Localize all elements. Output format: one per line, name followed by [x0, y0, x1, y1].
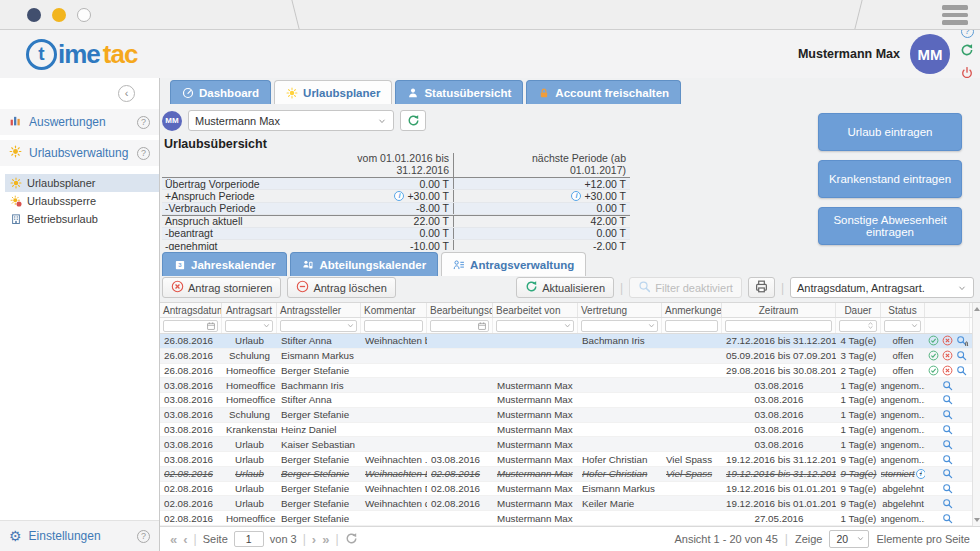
table-row[interactable]: 03.08.2016KrankenstandHeinz DanielMuster… — [160, 423, 980, 438]
view-details-icon[interactable] — [942, 483, 953, 494]
column-header-status[interactable]: Status — [881, 303, 925, 317]
help-icon[interactable] — [137, 530, 150, 543]
filter-input-anmerkungen[interactable] — [665, 320, 718, 332]
view-details-icon[interactable] — [942, 468, 953, 479]
table-row[interactable]: 03.08.2016UrlaubBerger StefanieWeihnacht… — [160, 452, 980, 467]
sort-columns-dropdown[interactable]: Antragsdatum, Antragsart. — [790, 277, 974, 298]
user-select-dropdown[interactable]: Mustermann Max — [188, 110, 394, 131]
column-header-antragsdatum[interactable]: Antragsdatum — [160, 303, 222, 317]
table-row[interactable]: 02.08.2016UrlaubBerger StefanieWeihnacht… — [160, 482, 980, 497]
column-header-dauer[interactable]: Dauer — [836, 303, 881, 317]
sidebar-item-betriebsurlaub[interactable]: Betriebsurlaub — [5, 210, 159, 228]
column-header-vertretung[interactable]: Vertretung — [578, 303, 662, 317]
approve-icon[interactable] — [928, 335, 939, 346]
filter-input-dauer[interactable] — [839, 320, 877, 332]
filter-input-vertretung[interactable] — [581, 320, 658, 332]
vertical-scrollbar[interactable] — [972, 303, 980, 526]
spinner-icon[interactable] — [866, 321, 875, 330]
refresh-icon[interactable] — [345, 532, 358, 547]
table-row[interactable]: 02.08.2016UrlaubBerger StefanieWeihnacht… — [160, 467, 980, 482]
urlaub-eintragen-button[interactable]: Urlaub eintragen — [818, 113, 962, 151]
chevron-down-icon[interactable] — [647, 321, 656, 330]
table-row[interactable]: 26.08.2016SchulungEismann Markus05.09.20… — [160, 349, 980, 364]
view-details-icon[interactable] — [942, 454, 953, 465]
filter-input-antragsart[interactable] — [225, 320, 273, 332]
column-header-bearbeitungsdatum[interactable]: Bearbeitungsd... — [427, 303, 493, 317]
chevron-down-icon[interactable] — [563, 321, 572, 330]
approve-icon[interactable] — [928, 350, 939, 361]
tab-abteilungskalender[interactable]: Abteilungskalender — [290, 252, 438, 276]
help-icon[interactable] — [137, 147, 150, 160]
table-row[interactable]: 26.08.2016HomeofficeBerger Stefanie29.08… — [160, 364, 980, 379]
cancel-request-button[interactable]: Antrag stornieren — [162, 277, 281, 298]
chevron-down-icon[interactable] — [262, 321, 271, 330]
window-control-blue[interactable] — [27, 8, 41, 22]
column-header-actions[interactable] — [925, 303, 970, 317]
tab-urlaubsplaner[interactable]: Urlaubsplaner — [274, 80, 392, 104]
filter-input-bearbeitet_von[interactable] — [496, 320, 574, 332]
last-page-button[interactable]: » — [322, 533, 329, 546]
hamburger-menu-icon[interactable] — [942, 5, 968, 25]
table-row[interactable]: 03.08.2016HomeofficeStifter AnnaMusterma… — [160, 393, 980, 408]
tab-jahreskalender[interactable]: 3Jahreskalender — [162, 252, 287, 276]
refresh-icon[interactable] — [960, 43, 974, 61]
scroll-down-icon[interactable] — [974, 518, 980, 522]
sidebar-item-urlaubsplaner[interactable]: Urlaubsplaner — [5, 174, 159, 192]
column-header-antragsart[interactable]: Antragsart — [222, 303, 277, 317]
calendar-icon[interactable] — [206, 321, 216, 331]
info-icon[interactable] — [916, 469, 925, 479]
tab-antragsverwaltung[interactable]: Antragsverwaltung — [441, 252, 586, 276]
column-header-antragssteller[interactable]: Antragssteller — [277, 303, 361, 317]
reject-icon[interactable] — [942, 350, 953, 361]
sidebar-section-auswertungen[interactable]: Auswertungen — [0, 109, 159, 135]
view-details-icon[interactable] — [942, 439, 953, 450]
filter-input-antragsdatum[interactable] — [163, 320, 218, 332]
view-details-icon[interactable] — [942, 409, 953, 420]
view-details-icon[interactable] — [956, 365, 967, 376]
view-details-icon[interactable] — [942, 394, 953, 405]
table-row[interactable]: 02.08.2016UrlaubBerger StefanieWeihnacht… — [160, 496, 980, 511]
view-details-icon[interactable] — [942, 424, 953, 435]
sidebar-collapse-button[interactable]: ‹ — [118, 85, 135, 102]
prev-page-button[interactable]: ‹ — [183, 533, 187, 546]
chevron-down-icon[interactable] — [346, 321, 355, 330]
filter-disabled-button[interactable]: Filter deaktiviert — [629, 277, 742, 298]
column-header-zeitraum[interactable]: Zeitraum — [722, 303, 836, 317]
delete-request-button[interactable]: Antrag löschen — [287, 277, 395, 298]
info-icon[interactable] — [394, 191, 404, 201]
avatar[interactable]: MM — [910, 34, 950, 74]
filter-input-zeitraum[interactable] — [725, 320, 832, 332]
view-details-icon[interactable] — [956, 350, 967, 361]
refresh-grid-button[interactable]: Aktualisieren — [516, 277, 614, 298]
table-row[interactable]: 26.08.2016UrlaubStifter AnnaWeihnachten … — [160, 334, 980, 349]
sonstige-abwesenheit-eintragen-button[interactable]: Sonstige Abwesenheit eintragen — [818, 207, 962, 245]
filter-input-bearbeitungsdatum[interactable] — [430, 320, 489, 332]
column-header-bearbeitet_von[interactable]: Bearbeitet von — [493, 303, 578, 317]
tab-dashboard[interactable]: Dashboard — [170, 80, 271, 104]
krankenstand-eintragen-button[interactable]: Krankenstand eintragen — [818, 160, 962, 198]
column-header-anmerkungen[interactable]: Anmerkungen — [662, 303, 722, 317]
print-button[interactable] — [748, 277, 775, 298]
calendar-icon[interactable] — [477, 321, 487, 331]
chevron-down-icon[interactable] — [910, 321, 919, 330]
view-details-icon[interactable] — [942, 498, 953, 509]
window-control-white[interactable] — [77, 8, 91, 22]
filter-input-antragssteller[interactable] — [280, 320, 357, 332]
tab-account-freischalten[interactable]: Account freischalten — [526, 80, 681, 104]
table-row[interactable]: 03.08.2016UrlaubKaiser SebastianMusterma… — [160, 437, 980, 452]
reject-icon[interactable] — [942, 365, 953, 376]
help-icon[interactable] — [137, 116, 150, 129]
table-row[interactable]: 03.08.2016SchulungBerger StefanieMusterm… — [160, 408, 980, 423]
refresh-user-button[interactable] — [400, 110, 426, 131]
reject-icon[interactable] — [942, 335, 953, 346]
window-control-yellow[interactable] — [52, 8, 66, 22]
info-icon[interactable] — [571, 191, 581, 201]
sidebar-item-einstellungen[interactable]: ⚙ Einstellungen — [0, 520, 159, 551]
approve-icon[interactable] — [928, 365, 939, 376]
scroll-up-icon[interactable] — [974, 307, 980, 311]
column-header-kommentar[interactable]: Kommentar — [361, 303, 427, 317]
filter-input-status[interactable] — [884, 320, 921, 332]
first-page-button[interactable]: « — [170, 533, 177, 546]
sidebar-item-urlaubssperre[interactable]: Urlaubssperre — [5, 192, 159, 210]
view-details-icon[interactable] — [942, 380, 953, 391]
